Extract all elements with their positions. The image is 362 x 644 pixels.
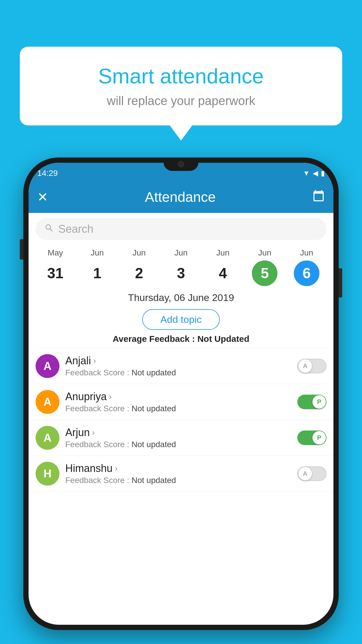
add-topic-button[interactable]: Add topic bbox=[142, 309, 220, 330]
toggle-knob: P bbox=[312, 395, 326, 409]
student-item-0[interactable]: AAnjali›Feedback Score : Not updatedA bbox=[29, 348, 333, 384]
student-info: Himanshu›Feedback Score : Not updated bbox=[65, 462, 291, 485]
cal-date-number: 1 bbox=[85, 260, 110, 286]
phone: 14:29 ▼ ◀ ▮ ✕ Attendance S bbox=[23, 158, 339, 630]
toggle-container[interactable]: A bbox=[297, 359, 326, 373]
phone-outer: 14:29 ▼ ◀ ▮ ✕ Attendance S bbox=[23, 158, 339, 630]
student-name: Arjun› bbox=[65, 426, 291, 439]
toggle-knob: A bbox=[298, 467, 312, 480]
search-placeholder: Search bbox=[58, 223, 93, 235]
feedback-score: Feedback Score : Not updated bbox=[65, 404, 291, 413]
student-info: Arjun›Feedback Score : Not updated bbox=[65, 426, 291, 449]
calendar-day-6[interactable]: Jun6 bbox=[291, 248, 323, 286]
power-button bbox=[339, 268, 342, 298]
speech-bubble-container: Smart attendance will replace your paper… bbox=[20, 47, 342, 125]
close-button[interactable]: ✕ bbox=[37, 190, 48, 204]
calendar-icon[interactable] bbox=[312, 190, 325, 204]
calendar-day-5[interactable]: Jun5 bbox=[249, 248, 281, 286]
signal-icon: ◀ bbox=[313, 169, 318, 177]
feedback-score: Feedback Score : Not updated bbox=[65, 476, 291, 485]
avatar: A bbox=[36, 390, 59, 414]
front-camera bbox=[178, 161, 184, 167]
avg-feedback-value: Not Updated bbox=[197, 334, 249, 344]
chevron-right-icon: › bbox=[93, 356, 96, 365]
cal-date-number: 5 bbox=[252, 260, 277, 286]
phone-screen: 14:29 ▼ ◀ ▮ ✕ Attendance S bbox=[29, 163, 333, 625]
search-icon bbox=[44, 223, 54, 235]
student-name: Anupriya› bbox=[65, 391, 291, 403]
calendar-day-1[interactable]: Jun1 bbox=[81, 248, 113, 286]
app-bar: ✕ Attendance bbox=[29, 181, 333, 213]
calendar-day-0[interactable]: May31 bbox=[39, 248, 71, 286]
app-bar-title: Attendance bbox=[145, 189, 216, 205]
toggle-knob: P bbox=[312, 431, 326, 444]
cal-month-label: Jun bbox=[300, 248, 313, 258]
cal-date-number: 31 bbox=[43, 260, 68, 286]
selected-date-label: Thursday, 06 June 2019 bbox=[29, 288, 333, 306]
speech-bubble-title: Smart attendance bbox=[43, 64, 319, 88]
student-item-1[interactable]: AAnupriya›Feedback Score : Not updatedP bbox=[29, 384, 333, 420]
cal-month-label: Jun bbox=[258, 248, 271, 258]
cal-date-number: 6 bbox=[294, 260, 319, 286]
toggle-container[interactable]: P bbox=[297, 430, 326, 445]
speech-bubble-subtitle: will replace your paperwork bbox=[43, 94, 319, 108]
cal-date-number: 2 bbox=[126, 260, 152, 286]
attendance-toggle[interactable]: A bbox=[297, 466, 326, 481]
toggle-container[interactable]: A bbox=[297, 466, 326, 481]
attendance-toggle[interactable]: P bbox=[297, 430, 326, 445]
toggle-container[interactable]: P bbox=[297, 395, 326, 409]
search-bar[interactable]: Search bbox=[36, 218, 326, 240]
wifi-icon: ▼ bbox=[303, 169, 310, 177]
student-info: Anjali›Feedback Score : Not updated bbox=[65, 355, 291, 377]
feedback-score: Feedback Score : Not updated bbox=[65, 368, 291, 377]
calendar-day-4[interactable]: Jun4 bbox=[207, 248, 239, 286]
cal-month-label: May bbox=[48, 248, 63, 258]
cal-month-label: Jun bbox=[91, 248, 104, 258]
speech-bubble: Smart attendance will replace your paper… bbox=[20, 47, 342, 125]
calendar-day-3[interactable]: Jun3 bbox=[165, 248, 197, 286]
cal-date-number: 4 bbox=[210, 260, 236, 286]
volume-button bbox=[20, 239, 23, 260]
student-name: Himanshu› bbox=[65, 462, 291, 475]
avatar: A bbox=[36, 426, 59, 450]
avatar: H bbox=[36, 462, 59, 486]
phone-notch bbox=[164, 158, 198, 171]
cal-month-label: Jun bbox=[174, 248, 187, 258]
feedback-score: Feedback Score : Not updated bbox=[65, 440, 291, 449]
student-name: Anjali› bbox=[65, 355, 291, 367]
status-time: 14:29 bbox=[37, 169, 58, 178]
cal-month-label: Jun bbox=[133, 248, 146, 258]
students-list: AAnjali›Feedback Score : Not updatedAAAn… bbox=[29, 348, 333, 492]
chevron-right-icon: › bbox=[109, 392, 112, 401]
battery-icon: ▮ bbox=[321, 169, 325, 177]
student-item-3[interactable]: HHimanshu›Feedback Score : Not updatedA bbox=[29, 456, 333, 492]
attendance-toggle[interactable]: A bbox=[297, 359, 326, 373]
cal-month-label: Jun bbox=[216, 248, 229, 258]
calendar-strip: May31Jun1Jun2Jun3Jun4Jun5Jun6 bbox=[29, 245, 333, 288]
calendar-day-2[interactable]: Jun2 bbox=[123, 248, 155, 286]
student-item-2[interactable]: AArjun›Feedback Score : Not updatedP bbox=[29, 420, 333, 456]
student-info: Anupriya›Feedback Score : Not updated bbox=[65, 391, 291, 413]
attendance-toggle[interactable]: P bbox=[297, 395, 326, 409]
avg-feedback: Average Feedback : Not Updated bbox=[29, 334, 333, 348]
avatar: A bbox=[36, 354, 59, 378]
toggle-knob: A bbox=[298, 359, 312, 373]
avg-feedback-label: Average Feedback : bbox=[113, 334, 195, 344]
chevron-right-icon: › bbox=[92, 428, 95, 437]
chevron-right-icon: › bbox=[115, 464, 117, 473]
status-icons: ▼ ◀ ▮ bbox=[303, 169, 325, 177]
cal-date-number: 3 bbox=[168, 260, 194, 286]
